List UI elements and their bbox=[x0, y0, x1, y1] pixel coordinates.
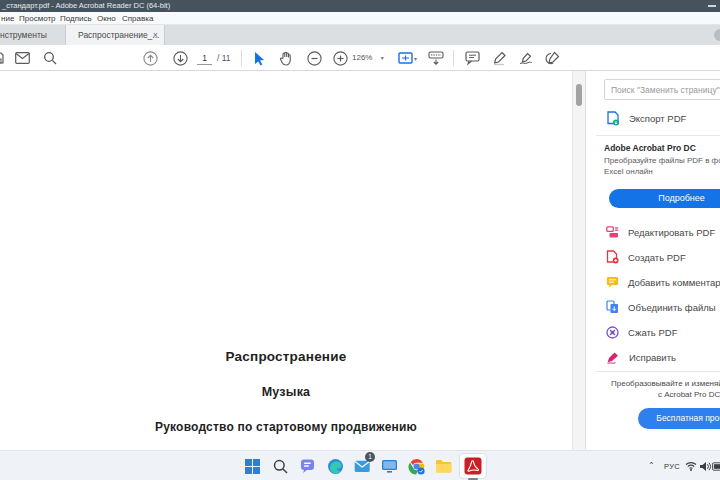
tool-item-add-comment[interactable]: Добавить комментарий bbox=[606, 271, 720, 293]
menu-item-window[interactable]: Окно bbox=[97, 12, 116, 25]
tool-label: Создать PDF bbox=[628, 252, 686, 263]
taskbar: 1 ⌃ РУС bbox=[0, 450, 720, 480]
window-title: _стандарт.pdf - Adobe Acrobat Reader DC … bbox=[2, 0, 170, 12]
mail-icon[interactable]: 1 bbox=[351, 455, 373, 477]
tab-tools[interactable]: нструменты bbox=[0, 25, 47, 45]
tab-bar: нструменты Распространение_... × bbox=[0, 25, 720, 45]
next-page-icon[interactable] bbox=[172, 50, 188, 66]
footer-promo-line1: Преобразовывайте и изменяй bbox=[611, 379, 720, 388]
search-icon[interactable] bbox=[42, 50, 58, 66]
export-pdf-item[interactable]: Экспорт PDF bbox=[606, 107, 686, 129]
footer-promo-line2: с Acrobat Pro DC bbox=[658, 390, 720, 399]
page-number-input[interactable]: 1 bbox=[197, 51, 212, 65]
tools-search-input[interactable] bbox=[604, 79, 720, 100]
speaker-icon[interactable] bbox=[698, 455, 711, 477]
notification-bell-icon[interactable] bbox=[714, 29, 720, 41]
tray-chevron-icon[interactable]: ⌃ bbox=[648, 461, 655, 470]
document-title: Распространение bbox=[0, 349, 572, 364]
document-heading: Руководство по стартовому продвижению bbox=[0, 420, 572, 434]
tool-label: Редактировать PDF bbox=[628, 227, 715, 238]
zoom-in-icon[interactable] bbox=[332, 50, 348, 66]
toolbar-separator bbox=[453, 50, 454, 66]
main-toolbar: 1 / 11 126% ▾ ▾ bbox=[0, 45, 720, 71]
start-button-icon[interactable] bbox=[241, 455, 263, 477]
chevron-down-icon[interactable]: ▾ bbox=[414, 55, 417, 62]
edge-browser-icon[interactable] bbox=[324, 455, 346, 477]
tab-document[interactable]: Распространение_... × bbox=[65, 25, 165, 45]
tool-item-edit-pdf[interactable]: Редактировать PDF bbox=[606, 221, 715, 243]
document-subtitle: Музыка bbox=[0, 385, 572, 399]
tool-item-fix[interactable]: Исправить bbox=[606, 346, 676, 368]
menu-item-sign[interactable]: Подпись bbox=[60, 12, 92, 25]
more-tools-icon[interactable] bbox=[544, 50, 560, 66]
more-details-button[interactable]: Подробнее bbox=[609, 189, 720, 208]
edit-pdf-icon bbox=[606, 226, 619, 239]
window-titlebar: _стандарт.pdf - Adobe Acrobat Reader DC … bbox=[0, 0, 720, 12]
toolbar-separator bbox=[241, 50, 242, 66]
vertical-scrollbar[interactable] bbox=[572, 71, 585, 450]
menu-bar: ние Просмотр Подпись Окно Справка bbox=[0, 12, 720, 25]
zoom-level-dropdown[interactable]: 126% ▾ bbox=[352, 51, 392, 65]
create-pdf-icon bbox=[606, 250, 619, 264]
teams-chat-icon[interactable] bbox=[297, 455, 319, 477]
promo-title: Adobe Acrobat Pro DC bbox=[604, 143, 696, 153]
fill-sign-icon[interactable] bbox=[518, 50, 534, 66]
select-tool-icon[interactable] bbox=[251, 50, 267, 66]
menu-item-help[interactable]: Справка bbox=[122, 12, 153, 25]
promo-description-line2: Excel онлайн bbox=[604, 167, 653, 176]
menu-item-edit-partial[interactable]: ние bbox=[1, 12, 14, 25]
reading-mode-icon[interactable] bbox=[428, 50, 444, 66]
combine-files-icon bbox=[606, 300, 619, 314]
file-explorer-icon[interactable] bbox=[432, 455, 454, 477]
wifi-icon[interactable] bbox=[684, 455, 697, 477]
fit-page-icon[interactable] bbox=[397, 50, 413, 66]
export-pdf-label: Экспорт PDF bbox=[629, 113, 686, 124]
chrome-browser-icon[interactable] bbox=[405, 455, 427, 477]
hand-tool-icon[interactable] bbox=[278, 50, 294, 66]
previous-page-icon[interactable] bbox=[142, 50, 158, 66]
panel-divider bbox=[596, 135, 720, 136]
fix-icon bbox=[606, 351, 620, 364]
tab-close-icon[interactable]: × bbox=[153, 25, 158, 45]
tool-label: Добавить комментарий bbox=[628, 277, 720, 288]
tool-label: Исправить bbox=[629, 352, 676, 363]
battery-icon[interactable] bbox=[712, 455, 720, 477]
zoom-level-value: 126% bbox=[352, 53, 372, 62]
tool-item-create-pdf[interactable]: Создать PDF bbox=[606, 246, 686, 268]
export-pdf-icon bbox=[606, 111, 620, 126]
add-comment-icon bbox=[606, 276, 619, 289]
promo-description-line1: Преобразуйте файлы PDF в форма bbox=[604, 156, 720, 165]
taskbar-search-icon[interactable] bbox=[269, 455, 291, 477]
minimize-icon[interactable] bbox=[708, 5, 716, 7]
compress-pdf-icon bbox=[606, 326, 619, 339]
zoom-out-icon[interactable] bbox=[306, 50, 322, 66]
highlight-tool-icon[interactable] bbox=[491, 50, 507, 66]
email-icon[interactable] bbox=[14, 50, 30, 66]
tab-document-label: Распространение_... bbox=[78, 25, 159, 45]
mail-badge: 1 bbox=[365, 452, 375, 462]
desktop-app-icon[interactable] bbox=[378, 455, 400, 477]
acrobat-reader-icon[interactable] bbox=[462, 455, 484, 477]
screen: _стандарт.pdf - Adobe Acrobat Reader DC … bbox=[0, 0, 720, 480]
save-icon[interactable] bbox=[0, 50, 6, 66]
free-trial-button[interactable]: Бесплатная пробная ве bbox=[638, 408, 720, 429]
panel-divider bbox=[596, 371, 720, 372]
scrollbar-thumb[interactable] bbox=[576, 84, 582, 106]
comment-tool-icon[interactable] bbox=[464, 50, 480, 66]
document-page[interactable]: Распространение Музыка Руководство по ст… bbox=[0, 71, 572, 450]
page-total-label: / 11 bbox=[217, 51, 231, 65]
menu-item-view[interactable]: Просмотр bbox=[19, 12, 56, 25]
language-indicator[interactable]: РУС bbox=[664, 462, 680, 471]
tool-item-combine-files[interactable]: Объединить файлы bbox=[606, 296, 716, 318]
chevron-down-icon: ▾ bbox=[381, 55, 384, 61]
tools-panel: Экспорт PDF Adobe Acrobat Pro DC Преобра… bbox=[585, 71, 720, 450]
tool-label: Сжать PDF bbox=[628, 327, 677, 338]
tool-item-compress-pdf[interactable]: Сжать PDF bbox=[606, 321, 677, 343]
tool-label: Объединить файлы bbox=[628, 302, 716, 313]
